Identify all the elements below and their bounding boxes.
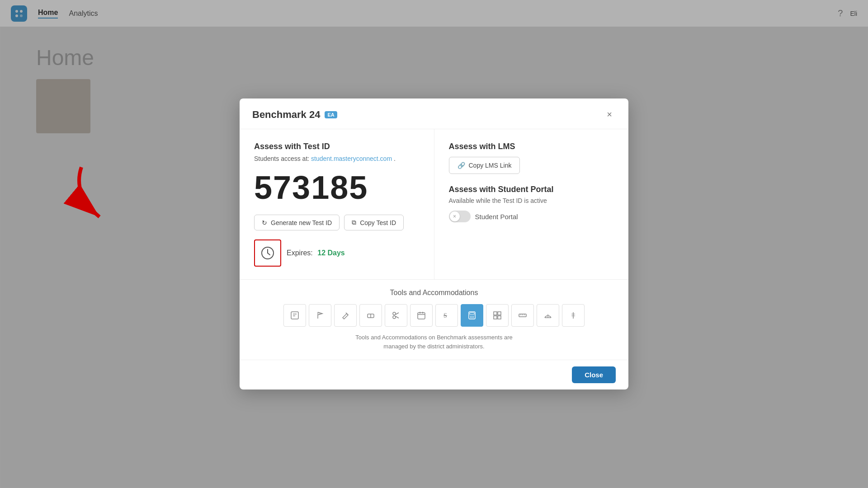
svg-point-30	[473, 317, 474, 318]
svg-rect-24	[470, 313, 474, 314]
benchmark-modal: Benchmark 24 EA × Assess with Test ID St…	[240, 99, 628, 389]
copy-lms-link-button[interactable]: 🔗 Copy LMS Link	[449, 157, 520, 174]
svg-rect-18	[418, 313, 425, 319]
modal-close-button[interactable]: ×	[603, 108, 616, 122]
ruler-tool[interactable]	[511, 304, 534, 327]
svg-rect-7	[291, 312, 298, 319]
extra-tool[interactable]	[562, 304, 585, 327]
modal-footer: Close	[240, 360, 628, 389]
tools-title: Tools and Accommodations	[252, 289, 616, 297]
access-url-text: Students access at: student.masteryconne…	[254, 155, 420, 162]
svg-point-26	[472, 316, 472, 317]
eraser-tool[interactable]	[359, 304, 382, 327]
refresh-icon: ↻	[262, 219, 267, 226]
svg-rect-33	[494, 316, 497, 319]
svg-rect-32	[498, 312, 501, 315]
student-portal-toggle[interactable]: ×	[449, 211, 471, 222]
toggle-circle: ×	[450, 211, 460, 221]
link-icon: 🔗	[458, 162, 465, 169]
portal-toggle: × Student Portal	[449, 211, 614, 222]
test-id-section-title: Assess with Test ID	[254, 142, 420, 151]
svg-line-6	[268, 253, 270, 255]
tools-section: Tools and Accommodations S	[240, 279, 628, 360]
scissor-tool[interactable]	[385, 304, 407, 327]
protractor-tool[interactable]	[537, 304, 559, 327]
flag-tool[interactable]	[309, 304, 331, 327]
svg-point-25	[470, 316, 471, 317]
tools-note: Tools and Accommodations on Benchmark as…	[252, 333, 616, 351]
svg-rect-31	[494, 312, 497, 315]
calendar-tool[interactable]	[410, 304, 433, 327]
modal-title: Benchmark 24 EA	[252, 109, 337, 121]
pencil-tool[interactable]	[334, 304, 357, 327]
expires-days: 12 Days	[317, 249, 345, 257]
portal-desc: Available while the Test ID is active	[449, 197, 614, 204]
modal-header: Benchmark 24 EA ×	[240, 99, 628, 129]
svg-point-29	[472, 317, 472, 318]
expires-text: Expires: 12 Days	[287, 249, 345, 257]
svg-point-27	[473, 316, 474, 317]
test-id-buttons: ↻ Generate new Test ID ⧉ Copy Test ID	[254, 215, 420, 230]
copy-icon: ⧉	[352, 219, 356, 226]
svg-point-15	[393, 316, 396, 319]
calculator-tool[interactable]	[461, 304, 483, 327]
tools-icons: S	[252, 304, 616, 327]
student-portal-section: Assess with Student Portal Available whi…	[449, 185, 614, 222]
modal-title-text: Benchmark 24	[252, 109, 320, 121]
clock-icon	[260, 246, 275, 260]
grid-tool[interactable]	[486, 304, 509, 327]
svg-rect-34	[498, 316, 501, 319]
expires-row: Expires: 12 Days	[254, 239, 420, 267]
close-button[interactable]: Close	[572, 366, 616, 383]
portal-section-title: Assess with Student Portal	[449, 185, 614, 194]
copy-test-id-button[interactable]: ⧉ Copy Test ID	[344, 215, 404, 230]
access-url-link[interactable]: student.masteryconnect.com	[311, 155, 392, 162]
generate-test-id-button[interactable]: ↻ Generate new Test ID	[254, 215, 340, 230]
test-id-number: 573185	[254, 171, 420, 204]
svg-text:S: S	[443, 312, 447, 319]
svg-line-16	[396, 313, 399, 314]
svg-point-28	[470, 317, 471, 318]
portal-label: Student Portal	[475, 213, 518, 221]
clock-box	[254, 239, 281, 267]
svg-point-14	[393, 312, 396, 315]
lms-section-title: Assess with LMS	[449, 142, 614, 151]
strikethrough-tool[interactable]: S	[435, 304, 458, 327]
modal-body: Assess with Test ID Students access at: …	[240, 129, 628, 279]
ea-badge: EA	[325, 111, 337, 118]
annotate-tool[interactable]	[283, 304, 306, 327]
svg-line-17	[396, 316, 399, 318]
right-panel: Assess with LMS 🔗 Copy LMS Link Assess w…	[434, 129, 629, 279]
left-panel: Assess with Test ID Students access at: …	[240, 129, 434, 279]
